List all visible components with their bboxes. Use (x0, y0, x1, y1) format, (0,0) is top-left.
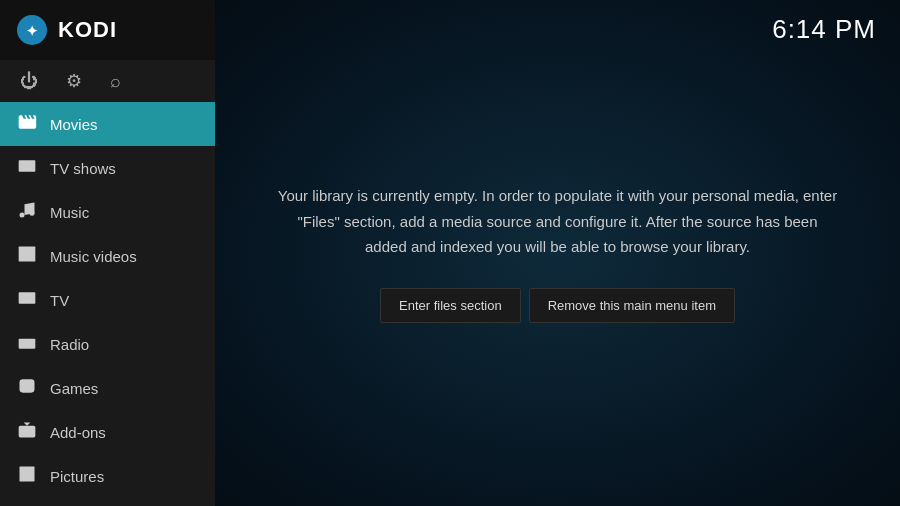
pictures-icon (16, 464, 38, 488)
sidebar-item-movies[interactable]: Movies (0, 102, 215, 146)
tv-shows-icon (16, 156, 38, 180)
enter-files-section-button[interactable]: Enter files section (380, 288, 521, 323)
radio-icon (16, 332, 38, 356)
time-display: 6:14 PM (772, 14, 876, 45)
games-label: Games (50, 380, 98, 397)
sidebar-item-tv[interactable]: TV (0, 278, 215, 322)
sidebar-item-pictures[interactable]: Pictures (0, 454, 215, 498)
sidebar-item-radio[interactable]: Radio (0, 322, 215, 366)
svg-point-10 (23, 470, 25, 473)
message-area: Your library is currently empty. In orde… (215, 0, 900, 506)
movies-icon (16, 112, 38, 136)
svg-point-4 (30, 211, 35, 216)
movies-label: Movies (50, 116, 98, 133)
tv-icon (16, 288, 38, 312)
settings-icon[interactable]: ⚙ (66, 70, 82, 92)
add-ons-icon (16, 420, 38, 444)
tv-shows-label: TV shows (50, 160, 116, 177)
sidebar: ✦ KODI ⏻ ⚙ ⌕ Movies TV show (0, 0, 215, 506)
sidebar-header: ✦ KODI (0, 0, 215, 60)
library-empty-message: Your library is currently empty. In orde… (275, 183, 840, 260)
remove-menu-item-button[interactable]: Remove this main menu item (529, 288, 735, 323)
music-videos-label: Music videos (50, 248, 137, 265)
games-icon (16, 376, 38, 400)
svg-rect-2 (19, 160, 36, 172)
sidebar-item-tv-shows[interactable]: TV shows (0, 146, 215, 190)
music-icon (16, 200, 38, 224)
search-icon[interactable]: ⌕ (110, 71, 121, 92)
sidebar-nav: Movies TV shows Music M (0, 102, 215, 498)
music-videos-icon (16, 244, 38, 268)
sidebar-item-music-videos[interactable]: Music videos (0, 234, 215, 278)
action-buttons: Enter files section Remove this main men… (380, 288, 735, 323)
svg-rect-7 (19, 339, 36, 349)
pictures-label: Pictures (50, 468, 104, 485)
app-container: ✦ KODI ⏻ ⚙ ⌕ Movies TV show (0, 0, 900, 506)
svg-text:✦: ✦ (26, 23, 38, 39)
svg-rect-6 (19, 292, 36, 304)
main-content: 6:14 PM Your library is currently empty.… (215, 0, 900, 506)
sidebar-toolbar: ⏻ ⚙ ⌕ (0, 60, 215, 102)
sidebar-item-add-ons[interactable]: Add-ons (0, 410, 215, 454)
sidebar-item-music[interactable]: Music (0, 190, 215, 234)
add-ons-label: Add-ons (50, 424, 106, 441)
app-title: KODI (58, 17, 117, 43)
power-icon[interactable]: ⏻ (20, 71, 38, 92)
radio-label: Radio (50, 336, 89, 353)
sidebar-item-games[interactable]: Games (0, 366, 215, 410)
svg-point-3 (20, 213, 25, 218)
tv-label: TV (50, 292, 69, 309)
music-label: Music (50, 204, 89, 221)
svg-point-8 (30, 342, 33, 345)
kodi-logo-icon: ✦ (16, 14, 48, 46)
